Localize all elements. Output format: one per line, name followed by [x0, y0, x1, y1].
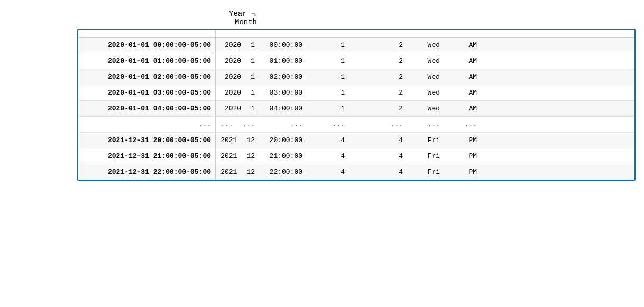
time-cell: ... — [258, 117, 306, 132]
dow-cell: ... — [348, 117, 406, 132]
quarter-cell: 1 — [306, 85, 348, 100]
index-cell: 2021-12-31 21:00:00-05:00 — [78, 148, 216, 164]
table-row: 2021-12-31 20:00:00-05:00 202112 20:00:0… — [78, 133, 634, 148]
header-quarter-cell — [306, 30, 348, 37]
quarter-cell: 1 — [306, 69, 348, 85]
dow-cell: 4 — [348, 148, 406, 164]
index-cell: 2020-01-01 00:00:00-05:00 — [78, 38, 216, 53]
quarter-cell: 1 — [306, 38, 348, 53]
ampm-cell: PM — [443, 164, 480, 180]
time-cell: 20:00:00 — [258, 133, 306, 148]
year-month-cell: 20201 — [216, 53, 258, 69]
ampm-cell: AM — [443, 101, 480, 116]
quarter-cell: ... — [306, 117, 348, 132]
index-cell: ... — [78, 117, 216, 132]
time-cell: 04:00:00 — [258, 101, 306, 116]
dwabb-cell: Wed — [406, 38, 443, 53]
dwabb-cell: Wed — [406, 85, 443, 100]
dow-cell: 4 — [348, 133, 406, 148]
dwabb-cell: Wed — [406, 53, 443, 69]
ampm-cell: PM — [443, 148, 480, 164]
index-cell: 2020-01-01 03:00:00-05:00 — [78, 85, 216, 100]
quarter-cell: 4 — [306, 133, 348, 148]
ampm-cell: ... — [443, 117, 480, 132]
dwabb-cell: Fri — [406, 148, 443, 164]
header-year-cell — [216, 30, 258, 37]
header-time-cell — [258, 30, 306, 37]
dwabb-cell: Fri — [406, 164, 443, 180]
header-dow-cell — [348, 30, 406, 37]
dow-cell: 2 — [348, 69, 406, 85]
ampm-cell: AM — [443, 38, 480, 53]
header-ampm-cell — [443, 30, 480, 37]
table-inner: 2020-01-01 00:00:00-05:00 20201 00:00:00… — [78, 30, 634, 180]
dwabb-cell: ... — [406, 117, 443, 132]
ampm-cell: AM — [443, 85, 480, 100]
index-cell: 2020-01-01 04:00:00-05:00 — [78, 101, 216, 116]
dow-cell: 4 — [348, 164, 406, 180]
quarter-cell: 1 — [306, 101, 348, 116]
year-month-cell: ...... — [216, 117, 258, 132]
table-row: ... ...... ... ... ... ... ... — [78, 117, 634, 133]
data-table: 2020-01-01 00:00:00-05:00 20201 00:00:00… — [77, 29, 636, 181]
ampm-cell: PM — [443, 133, 480, 148]
index-header-cell — [78, 30, 216, 37]
index-cell: 2021-12-31 20:00:00-05:00 — [78, 133, 216, 148]
dwabb-cell: Wed — [406, 69, 443, 85]
index-cell: 2021-12-31 22:00:00-05:00 — [78, 164, 216, 180]
index-cell: 2020-01-01 01:00:00-05:00 — [78, 53, 216, 69]
year-month-cell: 20201 — [216, 38, 258, 53]
dow-cell: 2 — [348, 101, 406, 116]
dow-cell: 2 — [348, 85, 406, 100]
year-month-cell: 202112 — [216, 148, 258, 164]
quarter-cell: 4 — [306, 148, 348, 164]
table-header-row — [78, 30, 634, 38]
table-body: 2020-01-01 00:00:00-05:00 20201 00:00:00… — [78, 38, 634, 180]
time-cell: 21:00:00 — [258, 148, 306, 164]
time-cell: 00:00:00 — [258, 38, 306, 53]
table-row: 2021-12-31 21:00:00-05:00 202112 21:00:0… — [78, 148, 634, 164]
cursor-icon: ⬎ — [251, 10, 257, 18]
column-headers-row: Year ⬎Month — [77, 10, 636, 29]
time-cell: 02:00:00 — [258, 69, 306, 85]
year-month-cell: 20201 — [216, 101, 258, 116]
dataframe: Year ⬎Month — [77, 10, 636, 181]
dataframe-wrapper: Year ⬎Month — [77, 10, 636, 181]
index-cell: 2020-01-01 02:00:00-05:00 — [78, 69, 216, 85]
table-row: 2020-01-01 00:00:00-05:00 20201 00:00:00… — [78, 38, 634, 53]
table-row: 2020-01-01 03:00:00-05:00 20201 03:00:00… — [78, 85, 634, 101]
table-row: 2021-12-31 22:00:00-05:00 202112 22:00:0… — [78, 164, 634, 180]
year-month-cell: 202112 — [216, 133, 258, 148]
dwabb-cell: Fri — [406, 133, 443, 148]
dow-cell: 2 — [348, 53, 406, 69]
time-cell: 03:00:00 — [258, 85, 306, 100]
header-dwabb-cell — [406, 30, 443, 37]
table-row: 2020-01-01 01:00:00-05:00 20201 01:00:00… — [78, 53, 634, 69]
quarter-cell: 1 — [306, 53, 348, 69]
time-cell: 01:00:00 — [258, 53, 306, 69]
col-header-year-month: Year ⬎Month — [215, 10, 257, 26]
dow-cell: 2 — [348, 38, 406, 53]
ampm-cell: AM — [443, 53, 480, 69]
year-month-cell: 20201 — [216, 69, 258, 85]
quarter-cell: 4 — [306, 164, 348, 180]
year-month-cell: 20201 — [216, 85, 258, 100]
dwabb-cell: Wed — [406, 101, 443, 116]
table-row: 2020-01-01 02:00:00-05:00 20201 02:00:00… — [78, 69, 634, 85]
table-row: 2020-01-01 04:00:00-05:00 20201 04:00:00… — [78, 101, 634, 117]
ampm-cell: AM — [443, 69, 480, 85]
year-month-cell: 202112 — [216, 164, 258, 180]
time-cell: 22:00:00 — [258, 164, 306, 180]
